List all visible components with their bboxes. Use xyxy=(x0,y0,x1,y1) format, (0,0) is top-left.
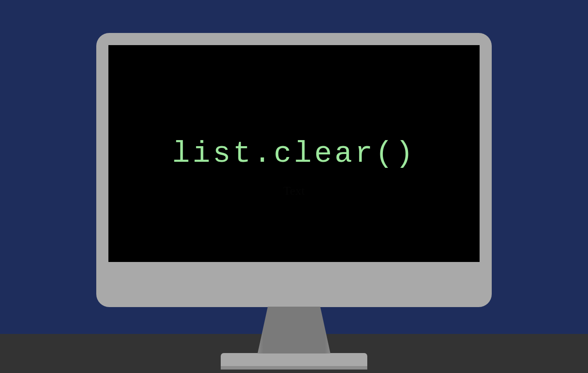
placeholder-text: Text xyxy=(283,184,304,198)
monitor-stand-base-shadow xyxy=(221,366,367,370)
code-display: list.clear() xyxy=(172,137,416,170)
monitor: list.clear() Text xyxy=(96,33,492,370)
monitor-stand-neck xyxy=(258,307,330,353)
monitor-bezel: list.clear() Text xyxy=(96,33,492,307)
monitor-screen: list.clear() Text xyxy=(108,45,480,262)
monitor-stand-base xyxy=(221,353,367,366)
